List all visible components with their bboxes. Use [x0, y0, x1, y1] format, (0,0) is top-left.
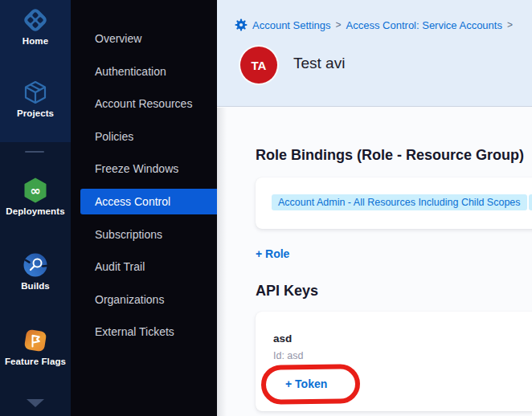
- add-role-button[interactable]: + Role: [256, 247, 289, 260]
- add-token-button[interactable]: + Token: [285, 377, 327, 390]
- sidebar-item-authentication[interactable]: Authentication: [71, 59, 217, 84]
- module-nav-divider: [25, 151, 44, 153]
- page-title: Test avi: [293, 55, 345, 72]
- api-key-card: asd Id: asd + Token: [256, 312, 532, 411]
- sidebar-item-organizations[interactable]: Organizations: [71, 287, 217, 312]
- sidebar-item-builds[interactable]: Builds: [0, 251, 71, 291]
- sidebar-item-overview[interactable]: Overview: [71, 26, 217, 51]
- api-keys-heading: API Keys: [256, 283, 318, 300]
- module-label-builds: Builds: [21, 281, 50, 291]
- module-label-feature-flags: Feature Flags: [5, 357, 66, 366]
- avatar: TA: [240, 47, 277, 84]
- gear-icon: [235, 18, 248, 31]
- module-nav: Home Projects ∞ Deployments: [0, 0, 71, 416]
- sidebar-item-access-control[interactable]: Access Control: [80, 189, 217, 214]
- sidebar-item-feature-flags[interactable]: Feature Flags: [0, 327, 71, 366]
- settings-nav: Overview Authentication Account Resource…: [71, 0, 217, 416]
- module-label-home: Home: [23, 36, 48, 46]
- chevron-down-icon[interactable]: [27, 399, 44, 407]
- page-header: Account Settings > Access Control: Servi…: [217, 0, 532, 107]
- sidebar-item-account-resources[interactable]: Account Resources: [71, 91, 217, 116]
- hexagon-infinity-icon: ∞: [22, 177, 49, 204]
- flag-icon: [22, 327, 49, 354]
- main-content: Account Settings > Access Control: Servi…: [217, 0, 532, 416]
- sidebar-item-policies[interactable]: Policies: [71, 124, 217, 149]
- role-bindings-card: Account Admin - All Resources Including …: [256, 177, 532, 229]
- api-key-id: Id: asd: [273, 350, 304, 361]
- api-key-name: asd: [273, 332, 292, 345]
- svg-text:∞: ∞: [30, 183, 40, 198]
- sidebar-item-audit-trail[interactable]: Audit Trail: [71, 254, 217, 279]
- breadcrumb-access-control-service-accounts[interactable]: Access Control: Service Accounts: [346, 19, 502, 31]
- role-binding-tag-overflow[interactable]: [529, 194, 532, 210]
- sidebar-item-home[interactable]: Home: [0, 6, 71, 46]
- sidebar-item-subscriptions[interactable]: Subscriptions: [71, 222, 217, 247]
- breadcrumb-separator: >: [507, 19, 513, 31]
- breadcrumb-separator: >: [336, 19, 342, 31]
- sidebar-item-deployments[interactable]: ∞ Deployments: [0, 177, 71, 216]
- breadcrumb-account-settings[interactable]: Account Settings: [252, 19, 331, 31]
- breadcrumb: Account Settings > Access Control: Servi…: [235, 18, 513, 31]
- role-binding-tag[interactable]: Account Admin - All Resources Including …: [272, 194, 527, 210]
- module-label-projects: Projects: [17, 108, 54, 118]
- sidebar-item-projects[interactable]: Projects: [0, 79, 71, 118]
- circle-magnifier-icon: [22, 251, 49, 279]
- sidebar-item-external-tickets[interactable]: External Tickets: [71, 319, 217, 345]
- home-icon: [22, 6, 49, 34]
- module-label-deployments: Deployments: [6, 206, 64, 216]
- role-bindings-heading: Role Bindings (Role - Resource Group): [256, 147, 524, 164]
- cube-icon: [22, 79, 49, 106]
- sidebar-item-freeze-windows[interactable]: Freeze Windows: [71, 156, 217, 181]
